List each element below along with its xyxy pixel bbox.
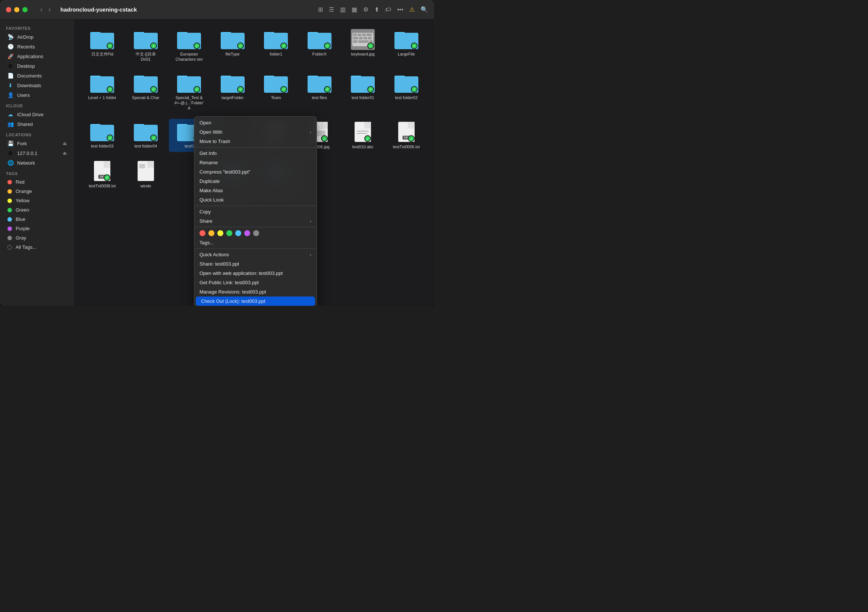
sidebar-item-recents[interactable]: 🕐 Recents — [2, 42, 73, 51]
sidebar-item-applications[interactable]: 🚀 Applications — [2, 51, 73, 61]
search-icon[interactable]: 🔍 — [420, 6, 428, 13]
sidebar-item-network[interactable]: 🌐 Network — [2, 158, 73, 168]
ctx-tag-gray[interactable] — [253, 230, 259, 236]
more-icon[interactable]: ••• — [397, 6, 403, 13]
column-view-icon[interactable]: ▥ — [340, 6, 346, 13]
ctx-tags[interactable]: Tags... — [194, 238, 316, 247]
file-testfolder04[interactable]: ✓ test folder04 — [126, 119, 166, 151]
traffic-lights — [6, 7, 28, 12]
ctx-quick-look[interactable]: Quick Look — [194, 195, 316, 204]
ctx-share[interactable]: Share › — [194, 216, 316, 226]
ctx-rename[interactable]: Rename — [194, 158, 316, 167]
sidebar-item-all-tags[interactable]: All Tags... — [2, 243, 73, 252]
red-label: Red — [16, 179, 25, 185]
file-testfiles[interactable]: ✓ test files — [299, 70, 340, 113]
ctx-move-trash[interactable]: Move to Trash — [194, 137, 316, 146]
sidebar-item-desktop[interactable]: 🖥 Desktop — [2, 61, 73, 71]
file-targetfolder[interactable]: ✓ targetFolder — [212, 70, 253, 113]
ctx-open-label: Open — [200, 120, 312, 125]
file-nihongo[interactable]: ✓ 日文文件Fld — [82, 27, 122, 65]
back-button[interactable]: ‹ — [38, 5, 45, 14]
forward-button[interactable]: › — [46, 5, 53, 14]
ctx-make-alias[interactable]: Make Alias — [194, 186, 316, 195]
file-team[interactable]: ✓ Team — [256, 70, 296, 113]
shared-icon: 👥 — [8, 121, 14, 127]
file-test010[interactable]: ✓ test010.abc — [343, 119, 383, 151]
airdrop-label: AirDrop — [17, 34, 34, 40]
ctx-public-link[interactable]: Get Public Link: test003.ppt — [194, 278, 316, 287]
ctx-duplicate[interactable]: Duplicate — [194, 176, 316, 186]
sidebar-item-yellow[interactable]: Yellow — [2, 196, 73, 205]
european-name: European Characters ren — [174, 51, 204, 62]
gallery-view-icon[interactable]: ▦ — [352, 6, 357, 13]
ctx-open-web[interactable]: Open with web application: test003.ppt — [194, 269, 316, 278]
file-folderx[interactable]: ✓ FolderX — [299, 27, 340, 65]
ctx-tag-purple[interactable] — [244, 230, 250, 236]
file-special-char[interactable]: ✓ Special & Char — [126, 70, 166, 113]
file-level1[interactable]: ✓ Level + 1 folder — [82, 70, 122, 113]
nihongo-name: 日文文件Fld — [91, 51, 113, 57]
minimize-button[interactable] — [14, 7, 19, 12]
sidebar-item-fork[interactable]: 💾 Fork ⏏ — [2, 139, 73, 148]
file-folder1[interactable]: ✓ folder1 — [256, 27, 296, 65]
file-window[interactable]: windo — [126, 158, 166, 196]
file-filetype[interactable]: ✓ fileType — [212, 27, 253, 65]
fork-eject-icon[interactable]: ⏏ — [63, 141, 67, 146]
file-testtxt0006[interactable]: TXT ✓ testTxt0006.txt — [386, 119, 427, 151]
sidebar-item-icloud[interactable]: ☁ iCloud Drive — [2, 110, 73, 119]
ctx-open[interactable]: Open — [194, 118, 316, 127]
sidebar-item-users[interactable]: 👤 Users — [2, 90, 73, 100]
sidebar-item-documents[interactable]: 📄 Documents — [2, 71, 73, 80]
sidebar-item-ip[interactable]: 🖥 127.0.0.1 ⏏ — [2, 148, 73, 158]
ctx-tag-orange[interactable] — [208, 230, 214, 236]
close-button[interactable] — [6, 7, 11, 12]
tag-icon[interactable]: 🏷 — [385, 6, 391, 13]
ip-eject-icon[interactable]: ⏏ — [63, 150, 67, 156]
sidebar-item-gray[interactable]: Gray — [2, 233, 73, 243]
ctx-open-with[interactable]: Open With › — [194, 127, 316, 137]
ctx-manage-revisions[interactable]: Manage Revisions: test003.ppt — [194, 287, 316, 297]
ctx-checkout[interactable]: Check Out (Lock): test003.ppt — [196, 297, 315, 306]
file-testfolder01[interactable]: ✓ test folder01 — [343, 70, 383, 113]
ctx-tag-red[interactable] — [200, 230, 205, 236]
ctx-compress[interactable]: Compress "test003.ppt" — [194, 167, 316, 176]
share-icon[interactable]: ⬆ — [374, 6, 379, 13]
applications-label: Applications — [17, 54, 43, 59]
ctx-tag-green[interactable] — [226, 230, 232, 236]
testfiles-check: ✓ — [324, 86, 331, 93]
ctx-tag-yellow[interactable] — [217, 230, 223, 236]
sidebar-item-green[interactable]: Green — [2, 205, 73, 215]
file-testtxt0008[interactable]: TXT ✓ testTxt0008.txt — [82, 158, 122, 196]
file-special-test[interactable]: ✓ Special_Test & #+-@,(...'Folder' A — [169, 70, 209, 113]
sidebar-item-blue[interactable]: Blue — [2, 215, 73, 224]
ctx-copy-label: Copy — [200, 209, 312, 215]
svg-rect-75 — [364, 122, 371, 128]
grid-view-icon[interactable]: ⊞ — [318, 6, 323, 13]
sidebar-item-downloads[interactable]: ⬇ Downloads — [2, 80, 73, 90]
ctx-manage-revisions-label: Manage Revisions: test003.ppt — [200, 289, 312, 295]
warning-icon[interactable]: ⚠ — [409, 6, 415, 13]
locations-label: Locations — [0, 129, 74, 139]
ctx-share-file[interactable]: Share: test003.ppt — [194, 259, 316, 269]
sidebar-item-red[interactable]: Red — [2, 177, 73, 187]
keyboard-name: keyboard.jpg — [351, 51, 375, 57]
ctx-get-info[interactable]: Get Info — [194, 148, 316, 158]
sidebar-item-orange[interactable]: Orange — [2, 187, 73, 196]
file-european[interactable]: ✓ European Characters ren — [169, 27, 209, 65]
action-icon[interactable]: ⚙ — [363, 6, 368, 13]
fullscreen-button[interactable] — [22, 7, 28, 12]
file-keyboard[interactable]: ✓ keyboard.jpg — [343, 27, 383, 65]
list-view-icon[interactable]: ☰ — [329, 6, 334, 13]
chinese-folder-icon: ✓ — [134, 29, 158, 50]
sidebar-item-airdrop[interactable]: 📡 AirDrop — [2, 32, 73, 42]
ctx-tag-blue[interactable] — [235, 230, 241, 236]
sidebar-item-purple[interactable]: Purple — [2, 224, 73, 233]
file-largefile[interactable]: ✓ LargeFile — [386, 27, 427, 65]
ctx-quick-actions[interactable]: Quick Actions › — [194, 250, 316, 259]
sidebar-item-shared[interactable]: 👥 Shared — [2, 119, 73, 129]
file-chinese[interactable]: ✓ 中文-[]目录Dir01 — [126, 27, 166, 65]
testfolder01-icon: ✓ — [351, 73, 375, 93]
file-testfolder02[interactable]: ✓ test folder02 — [386, 70, 427, 113]
file-testfolder03[interactable]: ✓ test folder03 — [82, 119, 122, 151]
ctx-copy[interactable]: Copy — [194, 207, 316, 216]
